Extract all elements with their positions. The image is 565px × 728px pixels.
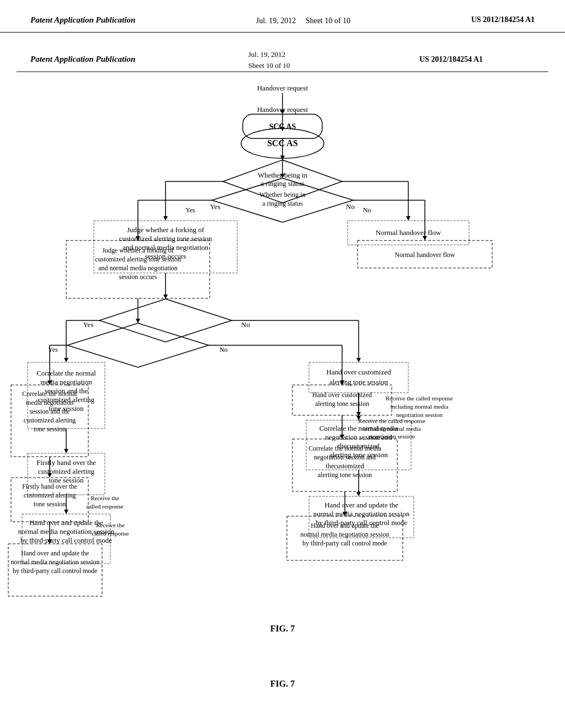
header-sheet: Sheet 10 of 10 (248, 61, 290, 69)
rcv-resp-r-l3: negotiation session (369, 433, 415, 440)
judge3: and normal media negotiation (98, 264, 178, 272)
corr1-l5: tone session (34, 425, 66, 433)
svg-marker-41 (280, 127, 285, 131)
svg-marker-62 (340, 381, 344, 385)
publication-date: Jul. 19, 2012 (256, 17, 296, 25)
no1: No (363, 206, 371, 214)
header-pub-label: Patent Application Publication (30, 55, 135, 63)
rcv-left-l1: Receive the (96, 522, 125, 528)
normal-handover: Normal handover flow (395, 251, 455, 259)
corr1-l4: customized alerting (24, 416, 76, 424)
ringing-q1: Whether being in (259, 191, 305, 199)
hu-right-l3: by third-party call control mode (302, 539, 387, 547)
corr2-l2: negotiation session and (314, 453, 376, 461)
svg-marker-74 (343, 512, 347, 516)
judge2: customized alerting tone session (95, 255, 181, 263)
judge1: Judge whether a forking of (102, 247, 173, 254)
full-diagram: text { font-family: 'Times New Roman', T… (0, 30, 565, 728)
sheet-number: Sheet 10 of 10 (306, 17, 350, 25)
hu-right-l1: Hand over and update the (311, 522, 379, 529)
svg-marker-55 (136, 319, 140, 323)
firstly-l3: tone session (34, 500, 66, 508)
svg-marker-72 (47, 539, 52, 544)
judge4: session occurs (119, 273, 157, 281)
firstly-l1: Firstly hand over the (22, 483, 77, 490)
header-date: Jul. 19, 2012 (248, 50, 285, 58)
hu-left-l2: normal media negotiation session (11, 558, 100, 566)
svg-marker-68 (340, 435, 344, 439)
header-patent: US 2012/184254 A1 (419, 55, 483, 63)
svg-marker-56 (67, 323, 209, 367)
handover-req: Handover request (257, 105, 308, 114)
rcv-resp-r-l1: Receive the called response (358, 417, 425, 424)
hu-right-l2: normal media negotiation session (301, 531, 390, 538)
hu-left-l1: Hand over and update the (21, 549, 89, 557)
hu-left-l3: by third-party call control mode (13, 567, 97, 575)
corr1-l1: Correlate the normal (22, 390, 77, 398)
yes1: Yes (185, 206, 195, 214)
corr1-l2: media negotiation (26, 399, 73, 406)
svg-marker-44 (280, 174, 285, 178)
rcv-left-l2: called response (92, 530, 129, 537)
corr2-l1: Correlate the normal media (308, 445, 381, 452)
no2: No (220, 346, 228, 354)
main-svg: text { font-family: 'Times New Roman', T… (0, 30, 565, 728)
svg-marker-48 (136, 236, 140, 240)
svg-marker-66 (47, 473, 52, 478)
firstly-l2: customized alerting (24, 491, 76, 499)
rcv-resp-r-l2: including normal media (363, 425, 420, 432)
svg-marker-59 (47, 381, 52, 385)
hand-cust-l2: alerting tone session (315, 400, 369, 408)
ringing-q2: a ringing status (262, 200, 303, 207)
page-header: Patent Application Publication Jul. 19, … (0, 0, 565, 33)
header-center: Jul. 19, 2012 Sheet 10 of 10 (256, 15, 350, 26)
scc-as: SCC AS (267, 138, 298, 148)
publication-label: Patent Application Publication (30, 15, 135, 25)
corr2-l3: thecustomized (326, 462, 364, 470)
fig-label: FIG. 7 (270, 624, 295, 633)
hand-cust-l1: Hand over customized (312, 391, 372, 399)
corr2-l4: alerting tone session (318, 471, 372, 479)
patent-number: US 2012/184254 A1 (471, 15, 535, 24)
svg-marker-51 (423, 236, 427, 240)
corr1-l3: session and the (30, 408, 70, 415)
